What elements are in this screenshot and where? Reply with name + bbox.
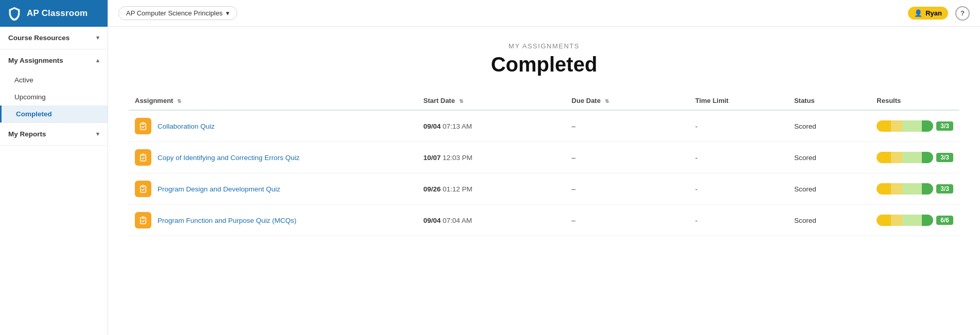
bar-segment-0 <box>877 152 891 163</box>
bar-segment-3 <box>922 120 933 132</box>
start-date: 09/26 <box>424 185 441 193</box>
my-assignments-toggle[interactable]: My Assignments ▴ <box>0 49 108 72</box>
assignment-icon <box>135 181 151 197</box>
assignment-icon <box>135 149 151 166</box>
course-selector[interactable]: AP Computer Science Principles ▾ <box>118 6 237 20</box>
col-timelimit: Time Limit <box>689 92 788 110</box>
assignment-cell: Collaboration Quiz <box>135 118 411 134</box>
table-row: Copy of Identifying and Correcting Error… <box>129 142 959 173</box>
start-time: 07:13 AM <box>443 122 472 130</box>
sort-icon-startdate: ⇅ <box>459 98 463 104</box>
due-date-cell: – <box>566 173 689 205</box>
results-container: 6/6 <box>877 215 953 226</box>
table-row: Collaboration Quiz 09/04 07:13 AM–-Score… <box>129 110 959 142</box>
bar-segment-3 <box>922 215 933 226</box>
results-bar <box>877 183 933 195</box>
sidebar-item-completed[interactable]: Completed <box>0 105 108 122</box>
results-bar <box>877 120 933 132</box>
results-score: 3/3 <box>936 153 953 162</box>
quiz-icon <box>138 216 148 225</box>
assignment-cell: Program Function and Purpose Quiz (MCQs) <box>135 212 411 228</box>
shield-icon <box>7 6 22 21</box>
sort-icon-assignment: ⇅ <box>177 98 181 104</box>
sidebar: AP Classroom Course Resources ▾ My Assig… <box>0 0 108 335</box>
assignment-link[interactable]: Copy of Identifying and Correcting Error… <box>157 154 300 162</box>
table-row: Program Design and Development Quiz 09/2… <box>129 173 959 205</box>
bar-segment-0 <box>877 215 891 226</box>
user-name: Ryan <box>925 9 942 17</box>
start-date-cell: 09/26 01:12 PM <box>417 173 566 205</box>
results-cell: 3/3 <box>870 142 959 173</box>
start-date-cell: 09/04 07:04 AM <box>417 205 566 236</box>
due-date-cell: – <box>566 110 689 142</box>
chevron-down-icon-reports: ▾ <box>96 131 99 137</box>
bar-segment-1 <box>891 183 902 195</box>
due-date-cell: – <box>566 142 689 173</box>
course-resources-section: Course Resources ▾ <box>0 27 108 49</box>
assignment-cell: Program Design and Development Quiz <box>135 181 411 197</box>
help-button[interactable]: ? <box>955 6 970 21</box>
page-subtitle: MY ASSIGNMENTS <box>129 42 959 50</box>
chevron-up-icon: ▴ <box>96 57 99 64</box>
col-duedate[interactable]: Due Date ⇅ <box>566 92 689 110</box>
sidebar-item-active[interactable]: Active <box>0 72 108 89</box>
chevron-down-icon: ▾ <box>96 34 99 41</box>
start-time: 01:12 PM <box>443 185 472 193</box>
page-title: Completed <box>129 53 959 76</box>
results-cell: 6/6 <box>870 205 959 236</box>
results-bar <box>877 215 933 226</box>
assignment-cell: Copy of Identifying and Correcting Error… <box>135 149 411 166</box>
main-content: AP Computer Science Principles ▾ 👤 Ryan … <box>108 0 980 335</box>
col-results: Results <box>870 92 959 110</box>
start-time: 12:03 PM <box>443 154 472 162</box>
quiz-icon <box>138 153 148 162</box>
bar-segment-3 <box>922 183 933 195</box>
bar-segment-1 <box>891 215 902 226</box>
bar-segment-0 <box>877 120 891 132</box>
page-header: MY ASSIGNMENTS Completed <box>129 27 959 86</box>
my-assignments-label: My Assignments <box>8 57 63 64</box>
sort-icon-duedate: ⇅ <box>605 98 609 104</box>
user-icon: 👤 <box>914 9 922 17</box>
start-time: 07:04 AM <box>443 217 472 224</box>
sidebar-header: AP Classroom <box>0 0 108 27</box>
assignment-link[interactable]: Collaboration Quiz <box>157 122 215 130</box>
topbar: AP Computer Science Principles ▾ 👤 Ryan … <box>108 0 980 27</box>
quiz-icon <box>138 184 148 193</box>
my-assignments-section: My Assignments ▴ Active Upcoming Complet… <box>0 49 108 123</box>
course-resources-toggle[interactable]: Course Resources ▾ <box>0 27 108 49</box>
bar-segment-0 <box>877 183 891 195</box>
sidebar-item-upcoming[interactable]: Upcoming <box>0 89 108 105</box>
due-date-cell: – <box>566 205 689 236</box>
assignment-link[interactable]: Program Function and Purpose Quiz (MCQs) <box>157 217 296 224</box>
status-cell: Scored <box>788 173 870 205</box>
bar-segment-1 <box>891 120 902 132</box>
bar-segment-3 <box>922 152 933 163</box>
course-resources-label: Course Resources <box>8 34 69 42</box>
app-title: AP Classroom <box>27 8 87 19</box>
my-reports-toggle[interactable]: My Reports ▾ <box>0 123 108 145</box>
status-cell: Scored <box>788 205 870 236</box>
results-score: 3/3 <box>936 184 953 193</box>
start-date: 10/07 <box>424 154 441 162</box>
assignments-table: Assignment ⇅ Start Date ⇅ Due Date ⇅ Tim… <box>129 92 959 236</box>
results-score: 6/6 <box>936 216 953 225</box>
start-date-cell: 09/04 07:13 AM <box>417 110 566 142</box>
assignment-link[interactable]: Program Design and Development Quiz <box>157 185 281 193</box>
col-assignment[interactable]: Assignment ⇅ <box>129 92 417 110</box>
results-container: 3/3 <box>877 183 953 195</box>
course-dropdown-icon: ▾ <box>226 9 230 17</box>
table-header-row: Assignment ⇅ Start Date ⇅ Due Date ⇅ Tim… <box>129 92 959 110</box>
quiz-icon <box>138 121 148 131</box>
bar-segment-2 <box>902 120 922 132</box>
my-reports-section: My Reports ▾ <box>0 123 108 146</box>
bar-segment-2 <box>902 183 922 195</box>
results-cell: 3/3 <box>870 173 959 205</box>
col-startdate[interactable]: Start Date ⇅ <box>417 92 566 110</box>
my-reports-label: My Reports <box>8 130 46 138</box>
table-row: Program Function and Purpose Quiz (MCQs)… <box>129 205 959 236</box>
time-limit-cell: - <box>689 205 788 236</box>
user-badge[interactable]: 👤 Ryan <box>908 7 948 20</box>
start-date-cell: 10/07 12:03 PM <box>417 142 566 173</box>
start-date: 09/04 <box>424 217 441 224</box>
